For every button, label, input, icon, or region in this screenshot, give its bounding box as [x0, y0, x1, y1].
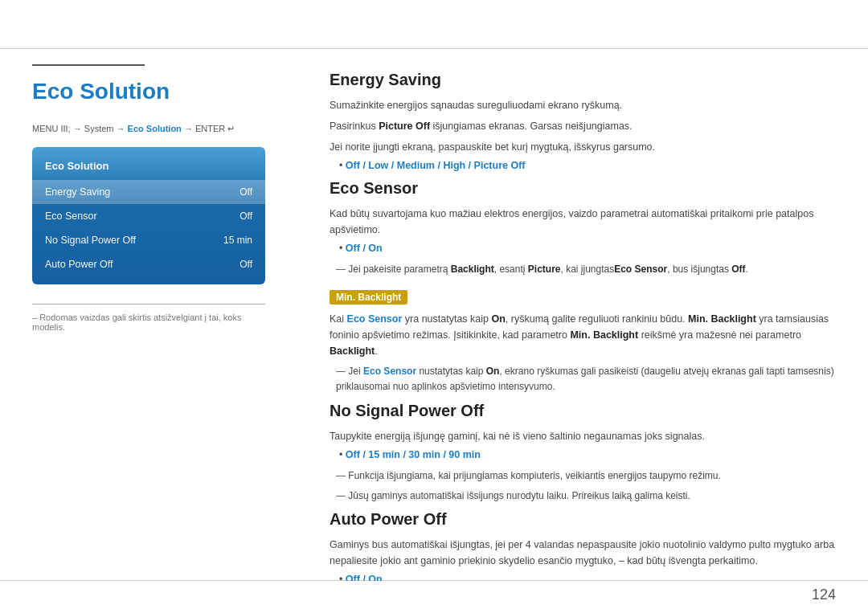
energy-label: Energy Saving — [45, 186, 110, 198]
no-signal-value: 15 min — [223, 235, 252, 246]
page-number: 124 — [812, 586, 836, 603]
min-backlight-badge: Min. Backlight — [330, 290, 407, 304]
no-signal-options-text: Off / 15 min / 30 min / 90 min — [346, 449, 481, 460]
menu-box-title: Eco Solution — [32, 155, 265, 180]
energy-options-text: Off / Low / Medium / High / Picture Off — [346, 160, 526, 171]
energy-saving-options: Off / Low / Medium / High / Picture Off — [339, 160, 836, 171]
no-signal-line: Taupykite energiją išjungę gaminį, kai n… — [330, 428, 836, 444]
min-backlight-line1: Kai Eco Sensor yra nustatytas kaip On, r… — [330, 311, 836, 359]
eco-sensor-options: Off / On — [339, 243, 836, 254]
title-accent-bar — [32, 64, 145, 66]
eco-sensor-label: Eco Sensor — [45, 210, 97, 222]
eco-solution-menu: Eco Solution Energy Saving Off Eco Senso… — [32, 147, 265, 284]
energy-saving-title: Energy Saving — [330, 71, 836, 89]
menu-item-energy[interactable]: Energy Saving Off — [32, 180, 265, 204]
auto-power-title: Auto Power Off — [330, 510, 836, 529]
system-crumb: System — [84, 124, 114, 133]
eco-sensor-dash: Jei pakeisite parametrą Backlight, esant… — [330, 262, 836, 277]
left-panel: Eco Solution MENU III; → System → Eco So… — [0, 48, 297, 581]
menu-item-eco-sensor[interactable]: Eco Sensor Off — [32, 204, 265, 228]
menu-label: MENU III; — [32, 124, 71, 133]
right-panel: Energy Saving Sumažinkite energijos sąna… — [297, 48, 868, 581]
no-signal-title: No Signal Power Off — [330, 402, 836, 420]
no-signal-dash1: Funkcija išjungiama, kai prijungiamas ko… — [330, 468, 836, 484]
eco-sensor-options-text: Off / On — [346, 243, 383, 254]
auto-power-options-text: Off / On — [346, 574, 383, 581]
note-text: – Rodomas vaizdas gali skirtis atsižvelg… — [32, 313, 265, 332]
eco-sensor-value: Off — [240, 210, 252, 222]
menu-item-no-signal[interactable]: No Signal Power Off 15 min — [32, 228, 265, 252]
energy-saving-line1: Sumažinkite energijos sąnaudas sureguliu… — [330, 97, 836, 113]
menu-item-auto-power[interactable]: Auto Power Off Off — [32, 252, 265, 276]
eco-crumb: Eco Solution — [128, 124, 182, 133]
auto-power-value: Off — [240, 259, 252, 270]
arrow1: → — [73, 124, 84, 133]
eco-sensor-line: Kad būtų suvartojama kuo mažiau elektros… — [330, 206, 836, 238]
auto-power-label: Auto Power Off — [45, 259, 113, 270]
arrow3: → — [184, 124, 195, 133]
no-signal-label: No Signal Power Off — [45, 235, 136, 246]
auto-power-options: Off / On — [339, 574, 836, 581]
no-signal-options: Off / 15 min / 30 min / 90 min — [339, 449, 836, 460]
page-title: Eco Solution — [32, 79, 265, 104]
note-section: – Rodomas vaizdas gali skirtis atsižvelg… — [32, 304, 265, 332]
breadcrumb: MENU III; → System → Eco Solution → ENTE… — [32, 124, 265, 134]
min-backlight-dash: Jei Eco Sensor nustatytas kaip On, ekran… — [330, 364, 836, 394]
eco-sensor-title: Eco Sensor — [330, 179, 836, 198]
arrow2: → — [117, 124, 128, 133]
auto-power-line: Gaminys bus automatiškai išjungtas, jei … — [330, 537, 836, 569]
energy-value: Off — [240, 186, 252, 198]
enter-label: ENTER ↵ — [195, 124, 235, 133]
energy-saving-line2: Pasirinkus Picture Off išjungiamas ekran… — [330, 118, 836, 134]
no-signal-dash2: Jūsų gaminys automatiškai išsijungs nuro… — [330, 488, 836, 504]
energy-saving-line3: Jei norite įjungti ekraną, paspauskite b… — [330, 139, 836, 155]
